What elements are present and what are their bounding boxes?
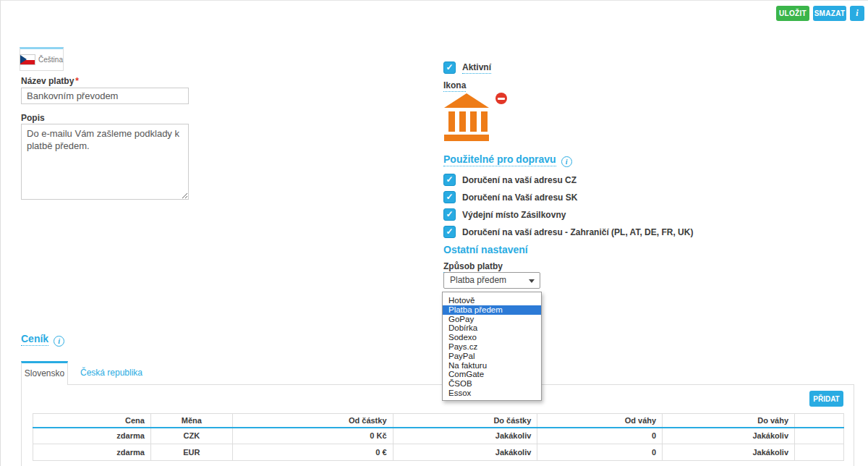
required-asterisk: * <box>75 76 79 86</box>
table-cell: CZK <box>150 428 232 444</box>
dropdown-option[interactable]: Hotově <box>443 296 541 305</box>
icon-label: Ikona <box>443 80 466 92</box>
tab-ceska-republika[interactable]: Česká republika <box>80 368 142 378</box>
dropdown-option[interactable]: ČSOB <box>443 379 541 389</box>
active-label: Aktivní <box>462 62 491 74</box>
shipping-option-row: Doručení na vaší adresu CZ <box>443 174 576 186</box>
table-cell: 0 <box>537 428 663 444</box>
chevron-down-icon <box>529 279 535 283</box>
add-row-button[interactable]: PŘIDAT <box>809 391 843 407</box>
dropdown-option[interactable]: Sodexo <box>443 333 541 342</box>
delete-cell <box>795 444 844 461</box>
description-label: Popis <box>21 113 45 123</box>
column-header: Do váhy <box>663 414 795 428</box>
other-settings-heading: Ostatní nastavení <box>443 244 528 255</box>
dropdown-option[interactable]: Pays.cz <box>443 342 541 352</box>
language-tab-label: Čeština <box>38 56 63 64</box>
dropdown-option[interactable]: ComGate <box>443 370 541 379</box>
table-cell: zdarma <box>33 444 151 461</box>
active-checkbox-row: Aktivní <box>443 62 491 74</box>
pricing-table: CenaMěnaOd částkyDo částkyOd váhyDo váhy… <box>33 413 844 461</box>
dropdown-option[interactable]: Essox <box>443 389 541 398</box>
czech-flag-icon <box>20 55 35 64</box>
table-cell: 0 Kč <box>232 428 393 444</box>
delete-cell <box>795 428 844 444</box>
shipping-option-row: Doručení na Vaší adresu SK <box>443 191 577 203</box>
delete-column-header <box>795 414 844 428</box>
pricing-table-header-row: CenaMěnaOd částkyDo částkyOd váhyDo váhy <box>33 414 844 428</box>
column-header: Od částky <box>232 414 393 428</box>
shipping-checkbox[interactable] <box>443 226 456 238</box>
pricing-heading: Ceníki <box>21 333 64 347</box>
dropdown-option[interactable]: PayPal <box>443 352 541 361</box>
table-cell: EUR <box>150 444 232 461</box>
info-button[interactable]: i <box>850 6 864 21</box>
description-textarea[interactable]: Do e-mailu Vám zašleme podklady k platbě… <box>21 124 189 200</box>
active-checkbox[interactable] <box>443 62 456 74</box>
dropdown-option[interactable]: GoPay <box>443 315 541 324</box>
delete-button[interactable]: SMAZAT <box>813 6 846 21</box>
table-cell: Jakákoliv <box>663 428 795 444</box>
shipping-option-label: Výdejní místo Zásilkovny <box>462 210 566 220</box>
language-tab-czech[interactable]: Čeština <box>20 47 64 71</box>
payment-method-selected-value: Platba předem <box>450 275 506 285</box>
dropdown-option[interactable]: Na fakturu <box>443 361 541 370</box>
shipping-heading: Použitelné pro dopravui <box>443 153 572 167</box>
column-header: Od váhy <box>537 414 663 428</box>
pricing-table-body: zdarmaCZK0 KčJakákoliv0JakákolivzdarmaEU… <box>33 428 844 461</box>
dropdown-option[interactable]: Platba předem <box>443 305 541 315</box>
payment-method-label: Způsob platby <box>443 261 503 273</box>
dropdown-option[interactable]: Dobírka <box>443 323 541 333</box>
shipping-option-row: Doručení na vaší adresu - Zahraničí (PL,… <box>443 226 693 238</box>
tab-slovensko[interactable]: Slovensko <box>21 361 68 385</box>
table-row: zdarmaEUR0 €Jakákoliv0Jakákoliv <box>33 444 844 461</box>
shipping-checkbox[interactable] <box>443 174 456 186</box>
shipping-option-label: Doručení na vaší adresu CZ <box>462 175 576 185</box>
shipping-option-row: Výdejní místo Zásilkovny <box>443 208 566 221</box>
shipping-option-label: Doručení na Vaší adresu SK <box>462 192 577 203</box>
pricing-info-icon[interactable]: i <box>54 336 64 347</box>
table-cell: Jakákoliv <box>393 444 537 461</box>
shipping-option-label: Doručení na vaší adresu - Zahraničí (PL,… <box>462 227 693 237</box>
remove-icon-button[interactable] <box>495 93 507 104</box>
payment-name-label: Název platby* <box>21 76 79 86</box>
table-cell: Jakákoliv <box>663 444 795 461</box>
save-button[interactable]: ULOŽIT <box>776 6 809 21</box>
shipping-checkbox[interactable] <box>443 191 456 203</box>
column-header: Měna <box>150 414 232 428</box>
payment-method-edit-page: ULOŽIT SMAZAT i Čeština Název platby* Po… <box>0 0 868 466</box>
table-cell: 0 € <box>232 444 393 461</box>
table-cell: Jakákoliv <box>393 428 537 444</box>
shipping-info-icon[interactable]: i <box>561 156 572 167</box>
shipping-checkbox[interactable] <box>443 208 456 221</box>
payment-method-select[interactable]: Platba předem <box>443 272 540 289</box>
table-row: zdarmaCZK0 KčJakákoliv0Jakákoliv <box>33 428 844 444</box>
column-header: Cena <box>33 414 151 428</box>
column-header: Do částky <box>393 414 537 428</box>
payment-method-dropdown: HotověPlatba předemGoPayDobírkaSodexoPay… <box>442 292 542 401</box>
table-cell: 0 <box>537 444 663 461</box>
bank-icon <box>443 93 490 145</box>
table-cell: zdarma <box>33 428 151 444</box>
payment-name-input[interactable] <box>21 88 189 104</box>
